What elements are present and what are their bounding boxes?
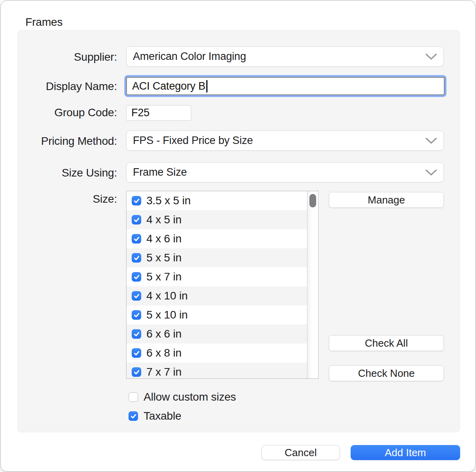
size-option-checkbox[interactable] — [132, 329, 141, 339]
check-icon — [133, 274, 140, 280]
size-option-row: 4 x 6 in — [127, 229, 307, 248]
size-option-checkbox[interactable] — [132, 348, 141, 358]
check-icon — [133, 331, 140, 338]
size-option-label: 4 x 6 in — [146, 232, 182, 245]
group-code-value: F25 — [131, 107, 150, 119]
size-option-checkbox[interactable] — [132, 367, 141, 377]
allow-custom-sizes-checkbox[interactable] — [129, 392, 138, 402]
check-icon — [133, 217, 140, 223]
check-none-button[interactable]: Check None — [329, 365, 444, 381]
size-list-scrollbar-thumb[interactable] — [309, 194, 316, 207]
check-icon — [133, 369, 140, 376]
supplier-select-value: American Color Imaging — [133, 50, 246, 63]
size-option-row: 5 x 10 in — [127, 305, 307, 324]
size-option-label: 5 x 5 in — [146, 251, 182, 264]
size-using-label: Size Using: — [18, 166, 117, 180]
taxable-checkbox[interactable] — [129, 411, 138, 421]
group-code-input[interactable]: F25 — [126, 105, 191, 121]
size-option-row: 6 x 6 in — [127, 324, 307, 343]
size-option-label: 4 x 5 in — [146, 213, 182, 226]
pricing-method-select[interactable]: FPS - Fixed Price by Size — [126, 130, 444, 151]
size-option-checkbox[interactable] — [132, 272, 141, 282]
size-option-checkbox[interactable] — [132, 253, 141, 263]
size-option-checkbox[interactable] — [132, 234, 141, 244]
size-option-row: 4 x 10 in — [127, 286, 307, 305]
size-using-select-value: Frame Size — [133, 166, 187, 178]
size-option-row: 6 x 8 in — [127, 343, 307, 363]
check-icon — [133, 236, 140, 242]
size-option-row: 7 x 7 in — [127, 363, 307, 378]
chevron-down-icon — [425, 53, 437, 60]
check-icon — [130, 413, 137, 420]
add-item-dialog: Frames Supplier: Display Name: Group Cod… — [0, 0, 476, 472]
allow-custom-sizes-label: Allow custom sizes — [144, 390, 236, 404]
cancel-button[interactable]: Cancel — [261, 445, 340, 460]
pricing-method-label: Pricing Method: — [18, 134, 117, 148]
chevron-down-icon — [425, 169, 437, 176]
check-icon — [133, 198, 140, 204]
size-using-select[interactable]: Frame Size — [126, 162, 444, 182]
check-all-button[interactable]: Check All — [329, 335, 444, 351]
size-list-scrollbar-track[interactable] — [307, 191, 318, 378]
text-caret — [206, 80, 207, 92]
group-code-label: Group Code: — [18, 106, 117, 119]
size-option-label: 6 x 8 in — [146, 347, 182, 359]
size-option-label: 3.5 x 5 in — [146, 194, 191, 207]
size-option-row: 4 x 5 in — [127, 210, 307, 229]
supplier-label: Supplier: — [18, 50, 117, 64]
size-option-label: 5 x 7 in — [146, 271, 182, 283]
size-option-checkbox[interactable] — [132, 215, 141, 224]
size-option-label: 5 x 10 in — [146, 309, 188, 321]
size-option-row: 5 x 7 in — [127, 267, 307, 286]
display-name-value: ACI Category B — [132, 80, 205, 92]
size-option-label: 6 x 6 in — [146, 328, 182, 340]
check-icon — [133, 255, 140, 261]
size-label: Size: — [18, 192, 117, 206]
chevron-down-icon — [425, 137, 437, 144]
size-option-label: 4 x 10 in — [146, 290, 188, 302]
size-option-checkbox[interactable] — [132, 196, 141, 205]
display-name-input[interactable]: ACI Category B — [126, 77, 445, 95]
size-option-row: 5 x 5 in — [127, 248, 307, 267]
add-item-button[interactable]: Add Item — [351, 445, 460, 460]
size-options-viewport: 3.5 x 5 in4 x 5 in4 x 6 in5 x 5 in5 x 7 … — [127, 191, 307, 378]
check-icon — [133, 293, 140, 299]
size-option-checkbox[interactable] — [132, 310, 141, 320]
pricing-method-select-value: FPS - Fixed Price by Size — [133, 134, 253, 147]
size-option-row: 3.5 x 5 in — [127, 191, 307, 210]
manage-button[interactable]: Manage — [329, 192, 444, 208]
size-option-label: 7 x 7 in — [146, 366, 182, 378]
check-icon — [133, 350, 140, 357]
taxable-label: Taxable — [144, 409, 181, 423]
size-options-list: 3.5 x 5 in4 x 5 in4 x 6 in5 x 5 in5 x 7 … — [126, 191, 319, 379]
check-icon — [133, 312, 140, 319]
supplier-select[interactable]: American Color Imaging — [126, 46, 444, 67]
size-option-checkbox[interactable] — [132, 291, 141, 301]
dialog-title: Frames — [25, 16, 63, 29]
display-name-label: Display Name: — [18, 79, 117, 93]
